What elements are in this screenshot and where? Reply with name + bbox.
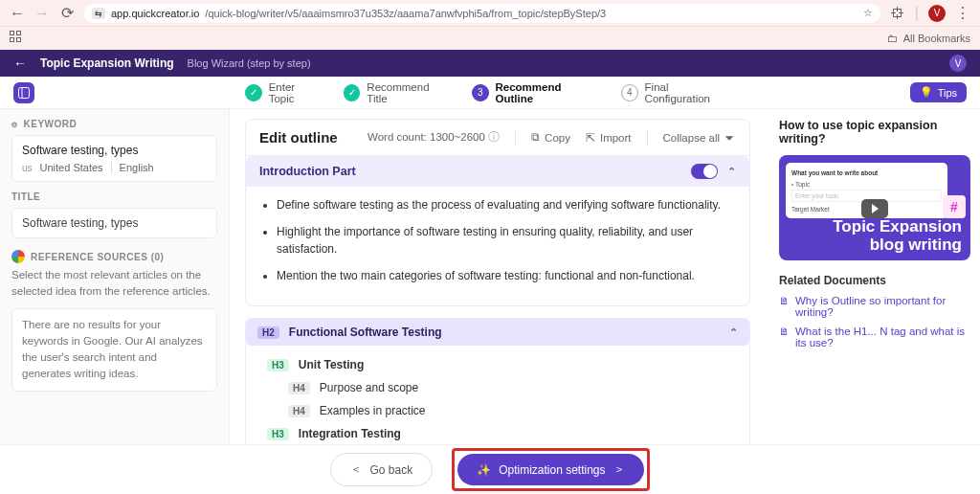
optimization-highlight: ✨ Optimization settings ＞: [452, 448, 649, 491]
intro-bullet[interactable]: Define software testing as the process o…: [277, 196, 732, 213]
edit-outline-title: Edit outline: [259, 129, 338, 146]
h4-tag: H4: [288, 405, 310, 417]
h3-tag: H3: [267, 428, 289, 440]
reference-sources-label: REFERENCE SOURCES (0): [11, 250, 217, 263]
outline-node-h4[interactable]: H4Purpose and scope: [259, 376, 736, 399]
introduction-section-header[interactable]: Introduction Part ⌃: [246, 156, 749, 187]
reference-help-text: Select the most relevant articles on the…: [11, 267, 217, 301]
h4-tag: H4: [288, 382, 310, 394]
all-bookmarks-link[interactable]: 🗀 All Bookmarks: [887, 33, 970, 44]
hashtag-icon: #: [943, 195, 966, 218]
play-icon[interactable]: [861, 199, 888, 218]
country-name: United States: [40, 162, 103, 173]
keyword-value: Software testing, types: [22, 144, 207, 157]
lightbulb-icon: 💡: [920, 86, 933, 99]
go-back-button[interactable]: ＜ Go back: [330, 453, 433, 486]
doc-icon: 🗎: [779, 326, 790, 337]
doc-icon: 🗎: [779, 295, 790, 306]
howto-title: How to use topic expansion writing?: [779, 119, 967, 146]
keyword-icon: ⌾: [11, 119, 18, 129]
introduction-bullets: Define software testing as the process o…: [246, 187, 749, 305]
import-icon: ⇱: [586, 131, 595, 145]
site-info-icon[interactable]: ⇆: [92, 8, 105, 19]
intro-bullet[interactable]: Mention the two main categories of softw…: [277, 267, 732, 284]
chevron-up-icon[interactable]: ⌃: [727, 166, 736, 178]
info-icon[interactable]: ⓘ: [488, 131, 500, 143]
title-section-label: TITLE: [11, 191, 217, 202]
copy-icon: ⧉: [531, 131, 540, 144]
bookmark-star-icon[interactable]: ☆: [863, 7, 873, 19]
url-path: /quick-blog/writer/v5/aaaimsmro37u353z/a…: [205, 8, 606, 19]
nav-back-icon[interactable]: ←: [10, 6, 25, 21]
nav-reload-icon[interactable]: ⟳: [59, 6, 75, 21]
outline-node-h3[interactable]: H3Integration Testing: [259, 422, 736, 444]
keyword-card[interactable]: Software testing, types us United States…: [11, 135, 217, 182]
apps-icon[interactable]: [10, 31, 25, 46]
related-doc-link[interactable]: 🗎Why is Outline so important for writing…: [779, 295, 967, 318]
footer-bar: ＜ Go back ✨ Optimization settings ＞: [0, 444, 980, 494]
profile-avatar[interactable]: V: [928, 5, 946, 22]
video-caption: Topic Expansionblog writing: [788, 217, 962, 255]
title-card[interactable]: Software testing, types: [11, 208, 217, 238]
google-icon: [11, 250, 25, 263]
user-avatar[interactable]: V: [949, 55, 967, 72]
chrome-menu-icon[interactable]: ⋮: [955, 4, 970, 22]
url-bar[interactable]: ⇆ app.quickcreator.io/quick-blog/writer/…: [84, 4, 880, 23]
outline-editor: Edit outline Word count: 1300~2600 ⓘ ⧉Co…: [230, 109, 766, 444]
app-header: ← Topic Expansion Writing Blog Wizard (s…: [0, 50, 980, 77]
step-enter-topic[interactable]: ✓Enter Topic: [245, 81, 323, 104]
url-host: app.quickcreator.io: [111, 8, 199, 19]
outline-node-h3[interactable]: H3Unit Testing: [259, 353, 736, 376]
step-final-configuration[interactable]: 4Final Configuration: [621, 81, 735, 104]
related-doc-link[interactable]: 🗎What is the H1... N tag and what is its…: [779, 326, 967, 348]
keyword-section-label: ⌾ KEYWORD: [11, 119, 217, 129]
chevron-left-icon: ＜: [350, 461, 362, 478]
chevron-right-icon: ＞: [613, 461, 625, 478]
intro-toggle[interactable]: [691, 164, 718, 179]
related-docs-title: Related Documents: [779, 274, 967, 287]
folder-icon: 🗀: [887, 33, 898, 44]
svg-rect-0: [19, 87, 30, 98]
collapse-icon: ⏷: [724, 132, 736, 144]
h3-tag: H3: [267, 359, 289, 371]
outline-node-h4[interactable]: H4Examples in practice: [259, 399, 736, 422]
tips-button[interactable]: 💡 Tips: [910, 82, 967, 102]
nav-forward-icon: →: [34, 6, 50, 21]
h2-section-header[interactable]: H2 Functional Software Testing ⌃: [246, 319, 749, 346]
app-back-icon[interactable]: ←: [13, 56, 27, 71]
import-button[interactable]: ⇱Import: [586, 131, 632, 145]
country-code: us: [22, 163, 33, 173]
tutorial-video-card[interactable]: What you want to write about • Topic Ent…: [779, 155, 970, 260]
page-title: Topic Expansion Writing: [40, 56, 174, 70]
intro-bullet[interactable]: Highlight the importance of software tes…: [277, 223, 732, 258]
chevron-up-icon[interactable]: ⌃: [729, 326, 738, 339]
word-count-label: Word count: 1300~2600 ⓘ: [368, 130, 500, 145]
page-subtitle: Blog Wizard (step by step): [188, 57, 311, 69]
right-sidebar: How to use topic expansion writing? What…: [766, 109, 980, 444]
bookmarks-bar: 🗀 All Bookmarks: [0, 27, 980, 50]
step-recommend-title[interactable]: ✓Recommend Title: [344, 81, 451, 104]
extensions-icon[interactable]: ⯐: [890, 5, 905, 22]
toggle-sidebar-button[interactable]: [13, 82, 34, 103]
copy-button[interactable]: ⧉Copy: [531, 131, 570, 144]
reference-empty-message: There are no results for your keywords i…: [11, 308, 217, 392]
optimization-settings-button[interactable]: ✨ Optimization settings ＞: [457, 454, 643, 485]
language-name: English: [120, 162, 154, 173]
browser-toolbar: ← → ⟳ ⇆ app.quickcreator.io/quick-blog/w…: [0, 0, 980, 27]
collapse-all-button[interactable]: Collapse all⏷: [663, 132, 736, 144]
magic-wand-icon: ✨: [477, 463, 491, 477]
h2-tag: H2: [257, 326, 279, 339]
step-recommend-outline[interactable]: 3Recommend Outline: [472, 81, 600, 104]
left-sidebar: ⌾ KEYWORD Software testing, types us Uni…: [0, 109, 230, 444]
stepper-bar: ✓Enter Topic ✓Recommend Title 3Recommend…: [0, 77, 980, 109]
